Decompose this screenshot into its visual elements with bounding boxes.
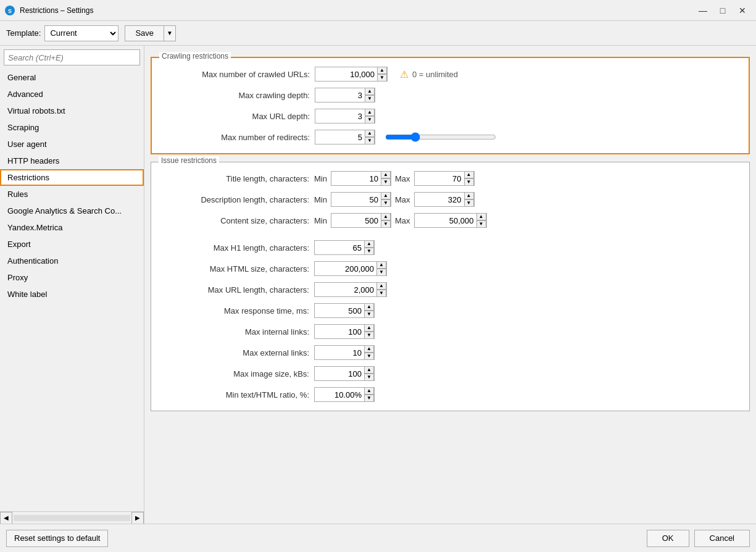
max-redirects-down[interactable]: ▼ [365, 137, 375, 144]
max-crawled-urls-input[interactable] [315, 67, 377, 81]
max-response-time-down[interactable]: ▼ [364, 311, 374, 318]
max-response-time-input[interactable] [315, 304, 364, 317]
max-url-depth-up[interactable]: ▲ [365, 109, 375, 116]
max-image-size-down[interactable]: ▼ [364, 374, 374, 381]
title-max-up[interactable]: ▲ [464, 171, 474, 178]
save-dropdown-button[interactable]: ▼ [164, 25, 176, 41]
max-html-size-spinner: ▲ ▼ [314, 261, 387, 276]
scroll-left-arrow[interactable]: ◀ [0, 512, 12, 524]
title-min-input[interactable] [331, 172, 381, 185]
app-icon: S [5, 6, 15, 15]
max-redirects-input[interactable] [315, 130, 365, 144]
max-url-length-input[interactable] [315, 283, 376, 296]
sidebar-item-advanced[interactable]: Advanced [0, 86, 144, 102]
cancel-button[interactable]: Cancel [694, 530, 750, 547]
sidebar-item-http-headers[interactable]: HTTP headers [0, 153, 144, 169]
sidebar-item-general[interactable]: General [0, 69, 144, 86]
content-max-up[interactable]: ▲ [476, 213, 486, 220]
desc-length-row: Description length, characters: Min ▲ ▼ … [161, 192, 739, 207]
title-min-spinner: ▲ ▼ [331, 171, 391, 186]
min-text-html-row: Min text/HTML ratio, %: ▲ ▼ [161, 387, 739, 402]
content-min-down[interactable]: ▼ [381, 220, 391, 228]
max-url-depth-down[interactable]: ▼ [365, 116, 375, 123]
reset-button[interactable]: Reset settings to default [6, 530, 108, 547]
max-url-length-row: Max URL length, characters: ▲ ▼ [161, 282, 739, 297]
max-external-links-up[interactable]: ▲ [364, 345, 374, 353]
max-url-depth-input[interactable] [315, 109, 365, 123]
max-image-size-up[interactable]: ▲ [364, 366, 374, 374]
title-bar: S Restrictions – Settings — □ ✕ [0, 0, 756, 21]
min-text-html-input[interactable] [315, 388, 364, 401]
sidebar-item-yandex-metrica[interactable]: Yandex.Metrica [0, 219, 144, 236]
desc-max-up[interactable]: ▲ [464, 192, 474, 199]
content-min-up[interactable]: ▲ [381, 213, 391, 220]
max-crawling-depth-down[interactable]: ▼ [365, 95, 375, 102]
scroll-right-arrow[interactable]: ▶ [131, 512, 144, 524]
max-h1-up[interactable]: ▲ [364, 240, 374, 248]
content-max-input[interactable] [415, 214, 476, 227]
max-external-links-input[interactable] [315, 346, 364, 359]
close-button[interactable]: ✕ [734, 4, 751, 17]
redirects-slider[interactable] [385, 132, 496, 142]
search-input[interactable] [4, 49, 140, 65]
title-min-down[interactable]: ▼ [381, 178, 391, 186]
max-crawling-depth-up[interactable]: ▲ [365, 88, 375, 95]
max-h1-row: Max H1 length, characters: ▲ ▼ [161, 240, 739, 255]
sidebar-item-export[interactable]: Export [0, 236, 144, 253]
desc-min-up[interactable]: ▲ [381, 192, 391, 199]
max-url-length-down[interactable]: ▼ [376, 290, 386, 297]
sidebar-item-white-label[interactable]: White label [0, 286, 144, 303]
hint-label: 0 = unlimited [412, 70, 458, 79]
sidebar-item-virtual-robots[interactable]: Virtual robots.txt [0, 102, 144, 119]
max-redirects-row: Max number of redirects: ▲ ▼ [162, 130, 739, 144]
max-internal-links-up[interactable]: ▲ [364, 324, 374, 332]
main-area: General Advanced Virtual robots.txt Scra… [0, 46, 756, 524]
maximize-button[interactable]: □ [714, 4, 731, 17]
desc-min-input[interactable] [331, 193, 381, 206]
title-min-up[interactable]: ▲ [381, 171, 391, 178]
desc-max-input[interactable] [415, 193, 464, 206]
scroll-track [14, 515, 130, 521]
max-redirects-up[interactable]: ▲ [365, 130, 375, 137]
ok-button[interactable]: OK [647, 530, 689, 547]
max-crawled-urls-down[interactable]: ▼ [377, 74, 387, 82]
max-image-size-input[interactable] [315, 367, 364, 380]
sidebar-item-rules[interactable]: Rules [0, 186, 144, 203]
max-image-size-spinner: ▲ ▼ [314, 366, 375, 381]
desc-max-down[interactable]: ▼ [464, 199, 474, 207]
max-h1-input[interactable] [315, 241, 364, 254]
max-html-size-input[interactable] [315, 262, 376, 275]
max-internal-links-input[interactable] [315, 325, 364, 338]
content-max-down[interactable]: ▼ [476, 220, 486, 228]
min-text-html-up[interactable]: ▲ [364, 387, 374, 395]
min-text-html-down[interactable]: ▼ [364, 395, 374, 402]
max-crawled-urls-spinbtns: ▲ ▼ [377, 67, 387, 82]
max-response-time-up[interactable]: ▲ [364, 303, 374, 311]
sidebar-item-restrictions[interactable]: Restrictions [0, 169, 144, 186]
svg-text:S: S [8, 8, 12, 14]
save-button[interactable]: Save [125, 25, 164, 41]
max-internal-links-row: Max internal links: ▲ ▼ [161, 324, 739, 339]
sidebar-item-google-analytics[interactable]: Google Analytics & Search Co... [0, 203, 144, 219]
max-crawled-urls-up[interactable]: ▲ [377, 67, 387, 74]
sidebar-item-proxy[interactable]: Proxy [0, 269, 144, 286]
max-url-length-up[interactable]: ▲ [376, 282, 386, 290]
content-size-row: Content size, characters: Min ▲ ▼ Max [161, 213, 739, 228]
max-crawled-urls-label: Max number of crawled URLs: [162, 70, 310, 79]
max-crawling-depth-input[interactable] [315, 88, 365, 102]
max-h1-down[interactable]: ▼ [364, 248, 374, 255]
minimize-button[interactable]: — [694, 4, 712, 17]
sidebar-item-user-agent[interactable]: User agent [0, 136, 144, 153]
content-min-input[interactable] [331, 214, 381, 227]
title-max-input[interactable] [415, 172, 464, 185]
sidebar-item-authentication[interactable]: Authentication [0, 253, 144, 269]
toolbar: Template: Current Save ▼ [0, 21, 756, 46]
max-external-links-down[interactable]: ▼ [364, 353, 374, 360]
template-select[interactable]: Current [44, 25, 118, 41]
title-max-down[interactable]: ▼ [464, 178, 474, 186]
max-internal-links-down[interactable]: ▼ [364, 332, 374, 339]
desc-min-down[interactable]: ▼ [381, 199, 391, 207]
sidebar-item-scraping[interactable]: Scraping [0, 119, 144, 136]
max-html-size-down[interactable]: ▼ [376, 269, 386, 276]
max-html-size-up[interactable]: ▲ [376, 261, 386, 269]
